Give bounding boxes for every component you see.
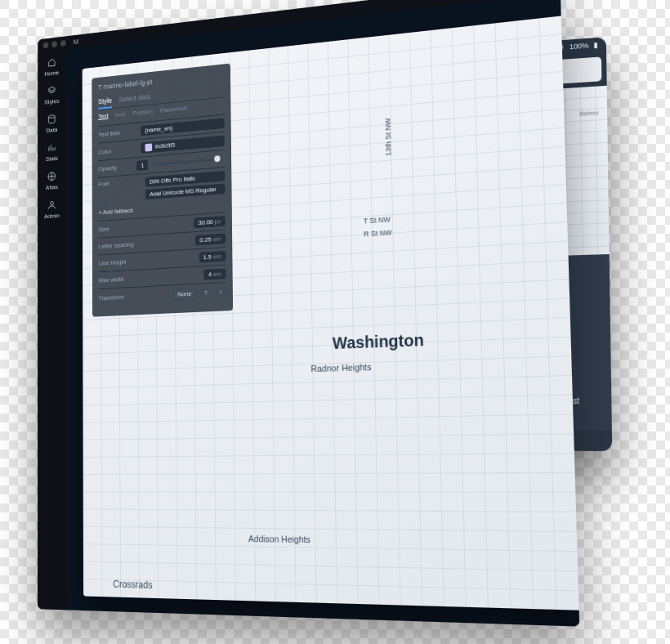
sidebar-item-data[interactable]: Data (46, 114, 57, 134)
window-title-letter: M (74, 38, 78, 46)
sidebar-item-admin[interactable]: Admin (44, 199, 60, 220)
text-field-value[interactable]: {name_en} (141, 118, 224, 136)
lowercase-icon[interactable]: t (216, 288, 226, 297)
layers-icon (47, 85, 57, 96)
font-option[interactable]: Arial Unicode MS Regular (145, 183, 226, 199)
status-battery: 100% (570, 42, 589, 51)
map-label: Crossrads (113, 579, 152, 591)
map-label: R St NW (364, 228, 391, 238)
line-height-value[interactable]: 1.5 em (199, 251, 226, 263)
sidebar-item-atlas[interactable]: Atlas (46, 171, 58, 191)
map-label: Silve (524, 608, 547, 610)
stats-icon (47, 142, 57, 154)
label-font: Font (98, 178, 136, 188)
sidebar-item-label: Admin (44, 212, 60, 221)
map-label: T St NW (364, 215, 391, 225)
size-value[interactable]: 30.00 px (194, 216, 226, 228)
sidebar-item-label: Styles (44, 97, 59, 105)
map-label: Radnor Heights (310, 362, 371, 373)
home-icon (47, 56, 56, 68)
label-color: Color (98, 145, 136, 156)
color-value[interactable]: #c8c5f3 (141, 136, 225, 154)
label-opacity: Opacity (98, 163, 136, 172)
subtab-icon[interactable]: Icon (115, 110, 126, 119)
uppercase-icon[interactable]: T (201, 288, 212, 297)
data-icon (47, 114, 57, 125)
map-label: r Cl (92, 200, 105, 212)
transform-value[interactable]: None (172, 288, 197, 301)
label-size: Size (98, 223, 136, 233)
map-label: Washington (333, 331, 424, 354)
opacity-slider[interactable] (153, 158, 221, 166)
sidebar-item-label: Atlas (46, 183, 58, 190)
battery-icon: ▮ (593, 41, 597, 49)
traffic-light-close[interactable] (43, 42, 49, 48)
map-label: 13th St NW (384, 118, 393, 156)
sidebar-item-label: Home (45, 69, 60, 78)
letter-spacing-value[interactable]: 0.25 em (195, 234, 226, 246)
label-max-width: Max width (99, 275, 137, 284)
atlas-icon (47, 171, 57, 182)
sidebar-item-label: Stats (46, 154, 58, 163)
layer-name: T marine-label-lg-pt (98, 70, 224, 92)
admin-icon (47, 199, 57, 211)
tab-select-data[interactable]: Select data (118, 91, 150, 108)
label-transform: Transform (99, 293, 137, 302)
mapbox-studio-window: M HomeStylesDataStatsAtlasAdmin T marine… (38, 0, 579, 627)
label-text-field: Text field (98, 127, 136, 138)
add-fallback-button[interactable]: + Add fallback (98, 200, 225, 217)
label-line-height: Line height (99, 257, 137, 266)
minimap-label: Belmo (579, 109, 598, 117)
layer-style-panel: T marine-label-lg-pt StyleSelect data Te… (92, 64, 233, 317)
subtab-text[interactable]: Text (98, 112, 108, 120)
map-stage: T marine-label-lg-pt StyleSelect data Te… (66, 0, 580, 627)
panel-sub-tabs: TextIconPositionPlacement (98, 101, 224, 120)
panel-top-tabs: StyleSelect data (98, 83, 224, 110)
traffic-light-min[interactable] (51, 41, 57, 47)
subtab-placement[interactable]: Placement (160, 105, 187, 114)
sidebar-item-stats[interactable]: Stats (46, 142, 58, 163)
map-label: Addison Heights (248, 534, 310, 544)
max-width-value[interactable]: 4 em (203, 268, 226, 280)
sidebar-item-label: Data (46, 126, 57, 134)
map-label: lls Ch (92, 268, 114, 280)
map-canvas[interactable]: T marine-label-lg-pt StyleSelect data Te… (83, 15, 580, 610)
sidebar-item-styles[interactable]: Styles (44, 85, 59, 106)
label-letter-spacing: Letter spacing (98, 240, 136, 250)
traffic-light-max[interactable] (60, 40, 66, 47)
font-option[interactable]: DIN Offc Pro Italic (145, 171, 226, 187)
tab-style[interactable]: Style (98, 94, 112, 109)
sidebar-item-home[interactable]: Home (45, 56, 60, 78)
subtab-position[interactable]: Position (132, 108, 153, 117)
opacity-value[interactable]: 1 (136, 160, 148, 171)
primary-sidebar: HomeStylesDataStatsAtlasAdmin (38, 50, 67, 610)
